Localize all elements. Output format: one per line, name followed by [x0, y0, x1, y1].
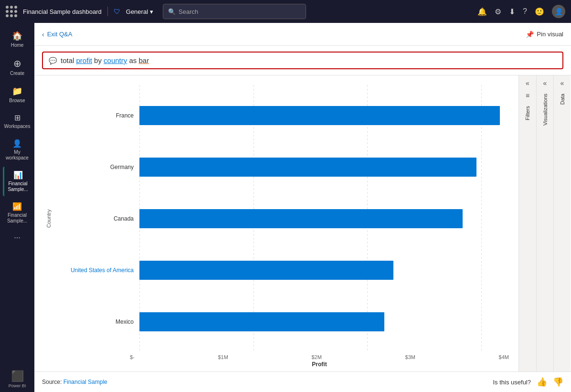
exit-qna-button[interactable]: ‹ Exit Q&A: [42, 31, 72, 38]
source-text: Source: Financial Sample: [42, 379, 107, 385]
bar-label-canada: Canada: [53, 215, 139, 222]
right-panels: « ≡ Filters « Visualizations « Data: [518, 75, 571, 371]
bar-label-germany: Germany: [53, 164, 139, 170]
search-input[interactable]: [179, 8, 301, 15]
visualizations-panel-tab[interactable]: « Visualizations: [536, 75, 553, 371]
bar-label-mexico: Mexico: [53, 318, 139, 325]
home-icon: 🏠: [12, 31, 22, 41]
chevron-down-icon: ▾: [150, 8, 153, 15]
bar-wrapper-mexico: [139, 312, 509, 331]
collapse-filters-icon[interactable]: «: [526, 79, 529, 87]
chat-icon: 💬: [49, 57, 57, 64]
sidebar-item-financial-dashboard[interactable]: 📊 Financial Sample...: [3, 167, 32, 196]
bar-wrapper-france: [139, 106, 509, 125]
x-axis-ticks: $- $1M $2M $3M $4M: [130, 354, 509, 360]
x-axis-label: Profit: [44, 361, 509, 368]
bar-row-usa: United States of America: [53, 258, 509, 283]
qna-query-text: total profit by country as bar: [61, 56, 149, 64]
bar-wrapper-canada: [139, 209, 509, 228]
nav-icons: 🔔 ⚙ ⬇ ? 🙂 👤: [477, 5, 565, 18]
avatar[interactable]: 👤: [552, 5, 565, 18]
thumbs-up-icon[interactable]: 👍: [537, 377, 547, 387]
x-tick-2m: $2M: [311, 354, 321, 360]
x-tick-1m: $1M: [218, 354, 228, 360]
query-profit: profit: [76, 56, 92, 64]
sidebar-item-browse[interactable]: 📁 Browse: [3, 82, 32, 107]
notification-icon[interactable]: 🔔: [477, 7, 487, 16]
sidebar-item-home[interactable]: 🏠 Home: [3, 27, 32, 52]
bar-row-canada: Canada: [53, 206, 509, 231]
bar-label-france: France: [53, 112, 139, 119]
powerbi-logo-area: ⬛: [3, 369, 32, 383]
qna-input-box[interactable]: 💬 total profit by country as bar: [42, 52, 563, 69]
data-label[interactable]: Data: [560, 94, 565, 105]
search-box[interactable]: 🔍: [163, 4, 306, 19]
query-bar: bar: [138, 56, 149, 64]
create-icon: ⊕: [13, 58, 21, 69]
qna-input-container: 💬 total profit by country as bar: [34, 46, 571, 75]
sidebar-item-workspaces[interactable]: ⊞ Workspaces: [3, 109, 32, 133]
back-arrow-icon: ‹: [42, 31, 44, 38]
financial-report-icon: 📶: [12, 202, 22, 211]
help-icon[interactable]: ?: [523, 7, 527, 16]
filter-lines-icon: ≡: [526, 92, 529, 99]
workspaces-icon: ⊞: [14, 113, 21, 122]
collapse-data-icon[interactable]: «: [560, 79, 564, 87]
data-panel-tab[interactable]: « Data: [553, 75, 571, 371]
chart-area: Country France: [34, 75, 571, 371]
download-icon[interactable]: ⬇: [509, 7, 515, 16]
bar-usa: [139, 261, 393, 280]
pin-icon: 📌: [526, 31, 534, 38]
collapse-visualizations-icon[interactable]: «: [543, 79, 547, 87]
bar-label-usa: United States of America: [53, 267, 139, 274]
query-country: country: [104, 56, 127, 64]
app-grid-icon[interactable]: [6, 6, 17, 17]
main-content: ‹ Exit Q&A 📌 Pin visual 💬 total profit b…: [34, 23, 571, 392]
sidebar-item-more[interactable]: ···: [3, 230, 32, 246]
feedback-question: Is this useful?: [493, 379, 531, 386]
sidebar-item-create[interactable]: ⊕ Create: [3, 54, 32, 80]
bar-chart: France Germany: [53, 85, 509, 352]
bar-row-france: France: [53, 103, 509, 128]
x-tick-3m: $3M: [405, 354, 415, 360]
settings-icon[interactable]: ⚙: [495, 7, 501, 16]
dashboard-title: Financial Sample dashboard: [23, 8, 102, 15]
chart-inner: Country France: [44, 85, 509, 352]
top-navigation: Financial Sample dashboard 🛡 General ▾ 🔍…: [0, 0, 571, 23]
chart-main: Country France: [34, 75, 518, 371]
main-layout: 🏠 Home ⊕ Create 📁 Browse ⊞ Workspaces 👤 …: [0, 23, 571, 392]
financial-dashboard-icon: 📊: [13, 170, 23, 180]
bottom-bar: Source: Financial Sample Is this useful?…: [34, 371, 571, 392]
x-axis-area: $- $1M $2M $3M $4M: [44, 352, 509, 360]
source-link[interactable]: Financial Sample: [63, 379, 107, 385]
bar-wrapper-usa: [139, 261, 509, 280]
bar-row-germany: Germany: [53, 155, 509, 180]
sidebar-item-myworkspace[interactable]: 👤 My workspace: [3, 135, 32, 165]
pin-visual-button[interactable]: 📌 Pin visual: [526, 31, 563, 38]
shield-icon: 🛡: [114, 8, 120, 15]
filters-label[interactable]: Filters: [525, 106, 530, 120]
nav-divider: [107, 7, 108, 16]
thumbs-down-icon[interactable]: 👎: [553, 377, 563, 387]
general-dropdown[interactable]: General ▾: [126, 8, 153, 15]
filters-panel-tab[interactable]: « ≡ Filters: [519, 75, 536, 371]
x-tick-4m: $4M: [499, 354, 509, 360]
powerbi-logo: ⬛: [11, 370, 24, 382]
more-icon: ···: [14, 233, 20, 242]
myworkspace-icon: 👤: [12, 139, 22, 148]
bar-row-mexico: Mexico: [53, 309, 509, 334]
feedback-area: Is this useful? 👍 👎: [493, 377, 564, 387]
sidebar-bottom: ⬛ Power BI: [3, 369, 32, 388]
bar-canada: [139, 209, 463, 228]
y-axis-label: Country: [44, 85, 53, 352]
chart-container: Country France: [44, 85, 509, 371]
bar-wrapper-germany: [139, 158, 509, 177]
bar-germany: [139, 158, 476, 177]
sidebar-item-financial-report[interactable]: 📶 Financial Sample...: [3, 198, 32, 228]
feedback-icon[interactable]: 🙂: [535, 7, 544, 16]
qna-header: ‹ Exit Q&A 📌 Pin visual: [34, 23, 571, 46]
bar-mexico: [139, 312, 384, 331]
browse-icon: 📁: [12, 86, 22, 96]
search-icon: 🔍: [168, 8, 176, 15]
visualizations-label[interactable]: Visualizations: [542, 94, 548, 126]
